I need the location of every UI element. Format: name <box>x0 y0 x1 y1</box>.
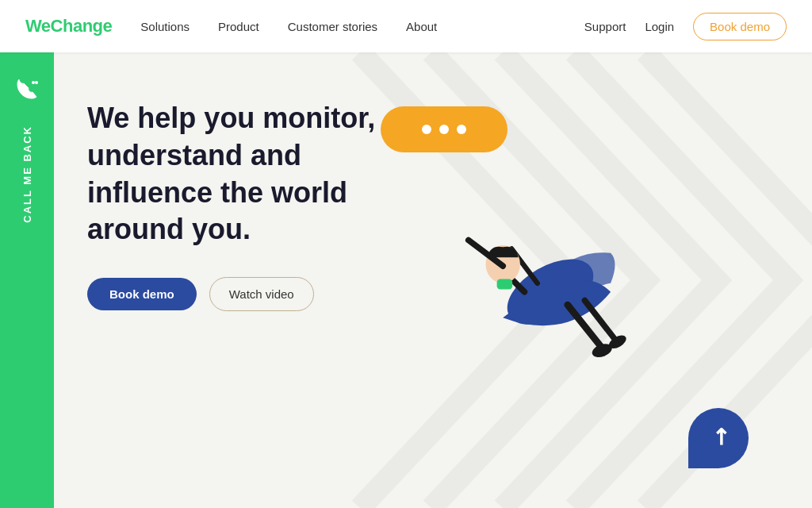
bubble-dot-3 <box>457 125 466 134</box>
arrow-up-right-icon: ↗ <box>704 421 736 452</box>
svg-point-1 <box>35 81 38 84</box>
nav-book-demo-button[interactable]: Book demo <box>693 13 787 40</box>
svg-point-0 <box>32 81 35 84</box>
nav-link-solutions[interactable]: Solutions <box>140 20 190 33</box>
hero-section: CALL ME BACK We help you monitor, unders… <box>0 52 812 508</box>
call-me-back-sidebar[interactable]: CALL ME BACK <box>0 52 54 508</box>
nav-support[interactable]: Support <box>584 20 626 33</box>
bubble-dot-2 <box>439 125 449 134</box>
nav-links: Solutions Product Customer stories About <box>140 20 584 33</box>
nav-link-customer-stories[interactable]: Customer stories <box>288 20 377 33</box>
nav-right: Support Login Book demo <box>584 13 787 40</box>
nav-link-about[interactable]: About <box>406 20 437 33</box>
hero-headline: We help you monitor, understand and infl… <box>87 100 420 248</box>
svg-rect-10 <box>497 279 513 289</box>
hero-buttons: Book demo Watch video <box>87 277 420 311</box>
navbar: WeChange Solutions Product Customer stor… <box>0 0 812 52</box>
sidebar-cta-text: CALL ME BACK <box>21 125 33 223</box>
arrow-circle-button[interactable]: ↗ <box>688 408 749 468</box>
nav-login[interactable]: Login <box>645 20 674 33</box>
hero-watch-video-button[interactable]: Watch video <box>209 277 314 311</box>
hero-book-demo-button[interactable]: Book demo <box>87 278 197 310</box>
nav-link-product[interactable]: Product <box>218 20 259 33</box>
brand-logo[interactable]: WeChange <box>25 16 112 37</box>
speech-bubble <box>381 106 508 152</box>
hero-content: We help you monitor, understand and infl… <box>87 100 420 311</box>
phone-icon <box>13 75 41 103</box>
bubble-dot-1 <box>422 125 431 134</box>
